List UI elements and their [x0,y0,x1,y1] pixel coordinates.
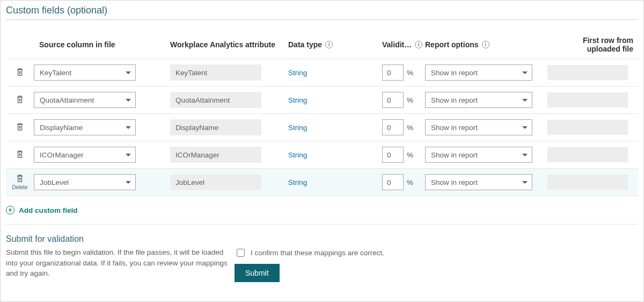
title-underline [6,19,638,20]
datatype-value: String [288,96,382,104]
trash-icon [16,152,24,160]
attribute-pill: ICOrManager [170,147,261,163]
validity-input[interactable] [382,174,404,190]
source-column-dropdown[interactable]: ICOrManager [34,147,136,163]
datatype-value: String [288,124,382,132]
delete-row-button[interactable] [6,150,34,160]
first-row-preview [547,120,628,135]
caret-down-icon [126,99,131,102]
confirm-label: I confirm that these mappings are correc… [251,249,384,257]
table-row: Delete JobLevel JobLevel String % Show i… [6,168,638,196]
table-header-row: Source column in file Workplace Analytic… [6,34,638,59]
source-column-value: QuotaAttainment [40,96,94,104]
trash-icon [16,125,24,133]
info-icon[interactable]: i [325,41,333,48]
source-column-value: ICOrManager [40,151,84,159]
table-row: KeyTalent KeyTalent String % Show in rep… [6,59,638,86]
info-icon[interactable]: i [415,41,422,48]
table-row: DisplayName DisplayName String % Show in… [6,113,638,141]
attribute-pill: QuotaAttainment [170,92,261,108]
attribute-pill: KeyTalent [170,64,261,81]
report-options-value: Show in report [431,151,478,159]
first-row-preview [547,92,628,107]
submit-description: Submit this file to begin validation. If… [6,247,231,279]
submit-section: Submit for validation Submit this file t… [6,234,638,282]
percent-label: % [407,151,413,159]
info-icon[interactable]: i [482,41,489,48]
plus-circle-icon: + [6,206,14,214]
submit-button[interactable]: Submit [235,264,280,282]
section-title: Custom fields (optional) [6,4,638,19]
table-row: QuotaAttainment QuotaAttainment String %… [6,86,638,113]
custom-fields-panel: Custom fields (optional) Source column i… [0,0,644,302]
percent-label: % [407,124,413,132]
first-row-preview [547,175,628,190]
report-options-dropdown[interactable]: Show in report [425,119,532,135]
confirm-mappings-checkbox[interactable]: I confirm that these mappings are correc… [235,247,638,258]
delete-label: Delete [6,185,34,190]
caret-down-icon [522,99,528,102]
fields-table: Source column in file Workplace Analytic… [6,34,638,196]
caret-down-icon [522,154,528,156]
header-attribute: Workplace Analytics attribute [170,40,288,49]
validity-input[interactable] [382,64,404,81]
datatype-value: String [288,151,382,159]
report-options-value: Show in report [431,124,478,132]
source-column-dropdown[interactable]: DisplayName [34,119,136,135]
source-column-value: KeyTalent [40,69,71,77]
submit-title: Submit for validation [6,234,638,244]
delete-row-button[interactable]: Delete [6,174,34,190]
caret-down-icon [126,126,131,129]
delete-row-button[interactable] [6,123,34,133]
header-validity: Validit…i [382,40,425,49]
header-report: Report optionsi [425,40,547,49]
first-row-preview [547,65,628,80]
attribute-pill: JobLevel [170,174,261,190]
percent-label: % [407,69,413,77]
attribute-value: ICOrManager [175,151,219,159]
source-column-dropdown[interactable]: KeyTalent [34,64,136,81]
add-custom-field-button[interactable]: + Add custom field [6,196,638,225]
report-options-dropdown[interactable]: Show in report [425,147,532,163]
datatype-value: String [288,178,382,186]
attribute-value: DisplayName [175,124,218,132]
header-source: Source column in file [34,40,170,49]
validity-input[interactable] [382,92,404,108]
attribute-value: JobLevel [175,178,204,186]
delete-row-button[interactable] [6,95,34,105]
add-custom-field-label: Add custom field [19,206,78,214]
trash-icon [16,176,24,184]
caret-down-icon [522,181,528,184]
source-column-value: DisplayName [40,124,83,132]
report-options-value: Show in report [431,96,478,104]
trash-icon [16,70,24,78]
attribute-value: KeyTalent [175,69,207,77]
caret-down-icon [126,71,131,74]
report-options-value: Show in report [431,69,478,77]
confirm-checkbox-input[interactable] [237,249,245,257]
source-column-value: JobLevel [40,178,69,186]
report-options-dropdown[interactable]: Show in report [425,92,532,108]
first-row-preview [547,147,628,162]
percent-label: % [407,96,413,104]
caret-down-icon [126,181,131,184]
datatype-value: String [288,69,382,77]
header-datatype: Data typei [288,40,382,49]
validity-input[interactable] [382,119,404,135]
trash-icon [16,97,24,105]
caret-down-icon [126,154,131,156]
attribute-pill: DisplayName [170,119,261,135]
table-row: ICOrManager ICOrManager String % Show in… [6,141,638,168]
report-options-dropdown[interactable]: Show in report [425,64,532,81]
delete-row-button[interactable] [6,68,34,78]
source-column-dropdown[interactable]: JobLevel [34,174,136,190]
report-options-dropdown[interactable]: Show in report [425,174,532,190]
caret-down-icon [522,71,528,74]
validity-input[interactable] [382,147,404,163]
percent-label: % [407,178,413,186]
report-options-value: Show in report [431,178,478,186]
attribute-value: QuotaAttainment [175,96,230,104]
caret-down-icon [522,126,528,129]
source-column-dropdown[interactable]: QuotaAttainment [34,92,136,108]
header-firstrow: First row from uploaded file [547,36,633,53]
